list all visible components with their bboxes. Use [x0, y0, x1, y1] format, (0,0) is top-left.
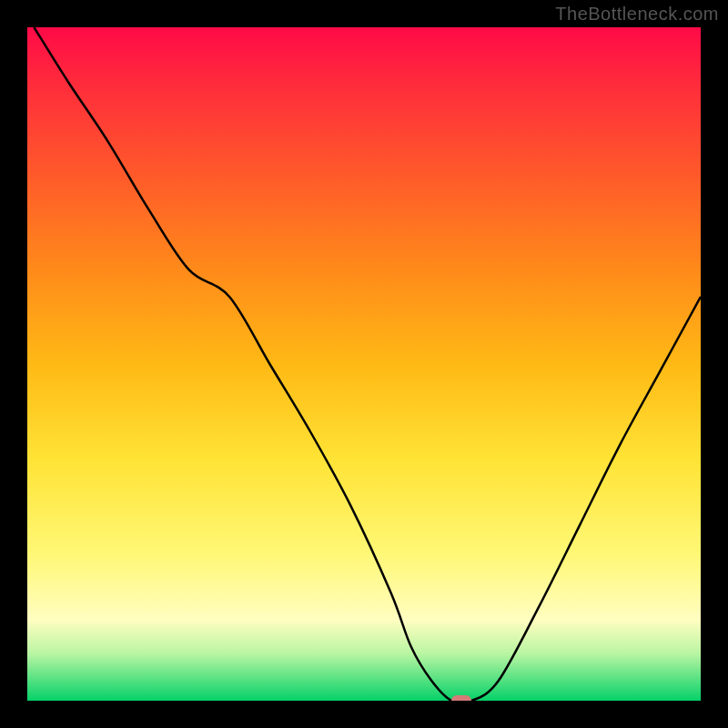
plot-area [27, 27, 701, 701]
optimal-marker [451, 695, 471, 701]
curve-path [34, 27, 701, 701]
bottleneck-curve [27, 27, 701, 701]
chart-frame: TheBottleneck.com [0, 0, 728, 728]
watermark-text: TheBottleneck.com [555, 4, 719, 25]
